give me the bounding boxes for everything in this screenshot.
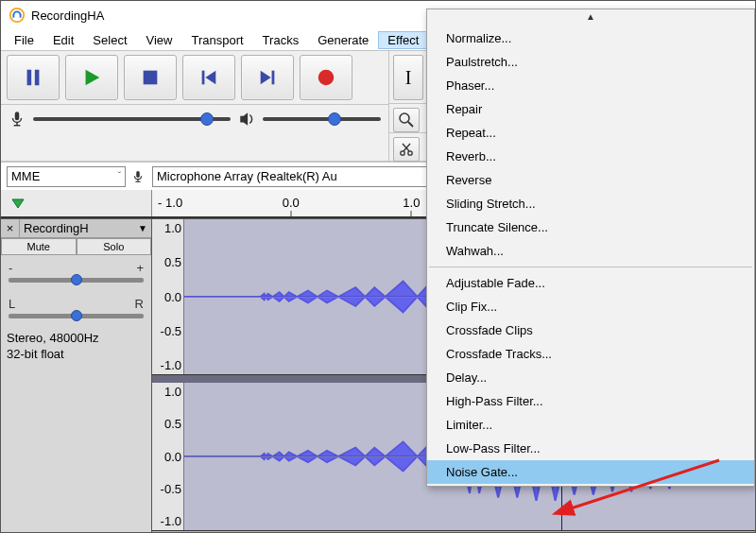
pause-button[interactable] — [7, 55, 60, 100]
menu-item-crossfade-tracks[interactable]: Crossfade Tracks... — [427, 342, 754, 366]
menu-transport[interactable]: Transport — [181, 31, 252, 49]
gain-max-label: + — [136, 261, 144, 275]
svg-rect-2 — [20, 14, 22, 18]
menu-item-low-pass-filter[interactable]: Low-Pass Filter... — [427, 437, 754, 460]
track-rate-label: Stereo, 48000Hz — [7, 331, 146, 347]
audio-host-combo[interactable]: MME ˇ — [7, 166, 126, 187]
menu-view[interactable]: View — [137, 31, 182, 49]
track-name-dropdown[interactable]: RecordingH ▼ — [20, 219, 151, 237]
menu-item-reverb[interactable]: Reverb... — [427, 145, 754, 168]
y-tick: 0.5 — [154, 417, 181, 431]
track-format-info: Stereo, 48000Hz 32-bit float — [1, 327, 151, 367]
menu-item-phaser[interactable]: Phaser... — [427, 74, 754, 97]
solo-button[interactable]: Solo — [77, 238, 152, 255]
record-button[interactable] — [300, 55, 352, 100]
ruler-tick: - 1.0 — [158, 196, 182, 210]
track-name: RecordingH — [24, 221, 89, 235]
menu-select[interactable]: Select — [83, 31, 136, 49]
svg-rect-10 — [272, 71, 275, 85]
amplitude-scale: 1.0 0.5 0.0 -0.5 -1.0 — [152, 219, 184, 374]
chevron-down-icon: ▼ — [138, 223, 147, 233]
menu-item-limiter[interactable]: Limiter... — [427, 413, 754, 437]
menu-item-crossfade-clips[interactable]: Crossfade Clips — [427, 318, 754, 342]
menu-item-adjustable-fade[interactable]: Adjustable Fade... — [427, 271, 754, 295]
svg-marker-25 — [12, 199, 24, 208]
gain-min-label: - — [9, 261, 12, 275]
ruler-options-button[interactable] — [1, 190, 152, 216]
menu-separator — [429, 266, 752, 267]
menu-tracks[interactable]: Tracks — [253, 31, 309, 49]
y-tick: -1.0 — [154, 514, 181, 528]
menu-item-high-pass-filter[interactable]: High-Pass Filter... — [427, 389, 754, 413]
y-tick: 0.5 — [154, 255, 181, 269]
stop-button[interactable] — [124, 55, 177, 100]
svg-rect-1 — [13, 14, 15, 18]
menu-generate[interactable]: Generate — [308, 31, 378, 49]
zoom-tool-button[interactable] — [393, 108, 420, 132]
gain-slider[interactable]: -+ — [1, 255, 151, 291]
menu-item-truncate-silence[interactable]: Truncate Silence... — [427, 215, 754, 239]
menu-item-delay[interactable]: Delay... — [427, 366, 754, 389]
menu-item-reverse[interactable]: Reverse — [427, 168, 754, 192]
pan-right-label: R — [135, 297, 144, 311]
svg-point-11 — [318, 70, 335, 86]
input-device-value: Microphone Array (Realtek(R) Au — [157, 169, 337, 183]
svg-marker-9 — [261, 71, 271, 85]
y-tick: 0.0 — [154, 450, 181, 464]
svg-rect-12 — [15, 112, 20, 120]
playback-meter[interactable] — [263, 117, 381, 121]
chevron-down-icon: ˇ — [118, 171, 121, 181]
ruler-tick: 0.0 — [283, 196, 300, 210]
track-close-button[interactable]: × — [1, 219, 20, 237]
skip-start-button[interactable] — [182, 55, 235, 100]
svg-rect-6 — [144, 71, 158, 85]
speaker-icon — [238, 111, 255, 128]
window-title: RecordingHA — [31, 9, 104, 23]
transport-toolbar — [1, 51, 388, 105]
y-tick: -1.0 — [154, 358, 181, 372]
y-tick: -0.5 — [154, 324, 181, 338]
play-button[interactable] — [65, 55, 118, 100]
menu-item-repeat[interactable]: Repeat... — [427, 121, 754, 145]
svg-point-0 — [10, 9, 24, 22]
recording-meter[interactable] — [33, 117, 231, 121]
svg-marker-5 — [86, 70, 100, 86]
selection-tool-button[interactable]: I — [393, 55, 423, 100]
mute-button[interactable]: Mute — [1, 238, 77, 255]
track-control-panel: × RecordingH ▼ Mute Solo -+ LR Stereo, 4… — [1, 218, 152, 532]
amplitude-scale: 1.0 0.5 0.0 -0.5 -1.0 — [152, 383, 184, 530]
meter-toolbar — [1, 105, 388, 133]
pan-slider[interactable]: LR — [1, 291, 151, 327]
menu-item-wahwah[interactable]: Wahwah... — [427, 239, 754, 263]
menu-effect[interactable]: Effect — [378, 31, 428, 49]
app-logo-icon — [9, 7, 26, 24]
svg-line-20 — [404, 144, 410, 151]
menu-item-noise-gate[interactable]: Noise Gate... — [427, 460, 754, 484]
y-tick: 1.0 — [154, 385, 181, 399]
y-tick: -0.5 — [154, 482, 181, 496]
menu-item-paulstretch[interactable]: Paulstretch... — [427, 50, 754, 74]
ruler-tick: 1.0 — [403, 196, 420, 210]
svg-point-18 — [401, 151, 404, 155]
mic-icon — [131, 170, 146, 183]
menu-file[interactable]: File — [5, 31, 43, 49]
menu-item-normalize[interactable]: Normalize... — [427, 26, 754, 50]
svg-rect-7 — [202, 71, 205, 85]
cut-tool-button[interactable] — [393, 137, 420, 162]
menu-item-sliding-stretch[interactable]: Sliding Stretch... — [427, 192, 754, 215]
svg-marker-8 — [205, 71, 215, 85]
track-bits-label: 32-bit float — [7, 347, 146, 363]
pan-left-label: L — [9, 297, 15, 311]
menu-scroll-up-icon[interactable]: ▲ — [427, 11, 754, 26]
svg-marker-15 — [240, 112, 248, 126]
svg-rect-4 — [35, 70, 40, 86]
menu-edit[interactable]: Edit — [43, 31, 83, 49]
effect-menu-dropdown: ▲ Normalize... Paulstretch... Phaser... … — [426, 9, 755, 487]
svg-line-21 — [403, 144, 409, 151]
menu-item-clip-fix[interactable]: Clip Fix... — [427, 295, 754, 318]
svg-rect-22 — [136, 170, 140, 177]
skip-end-button[interactable] — [241, 55, 294, 100]
audio-host-value: MME — [11, 169, 40, 183]
svg-point-19 — [408, 151, 412, 155]
menu-item-repair[interactable]: Repair — [427, 97, 754, 121]
